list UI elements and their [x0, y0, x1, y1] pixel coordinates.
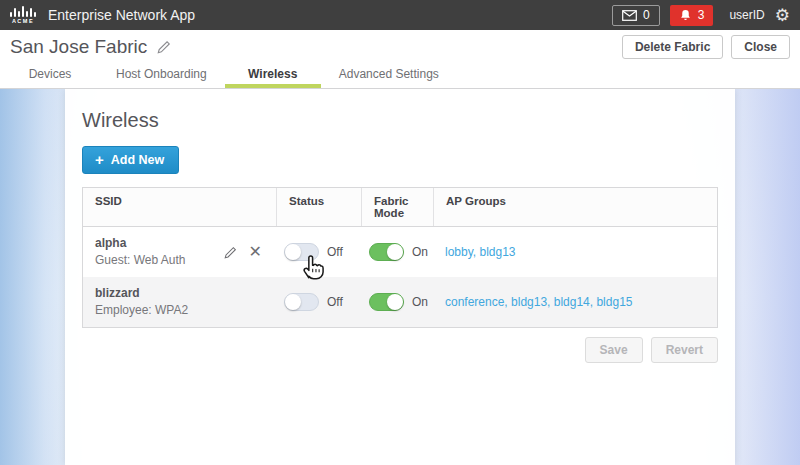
- ssid-name: blizzard: [95, 285, 188, 302]
- ssid-subtitle: Guest: Web Auth: [95, 252, 186, 269]
- topbar: ACME Enterprise Network App 0 3 userID ⚙: [0, 0, 800, 30]
- fabric-mode-cell: On: [361, 293, 433, 311]
- table-row: alpha Guest: Web Auth ✕ Off: [83, 227, 717, 277]
- toggle-knob: [285, 244, 301, 260]
- toggle-knob: [387, 244, 403, 260]
- add-new-button[interactable]: + Add New: [82, 146, 179, 174]
- panel-heading: Wireless: [82, 109, 718, 132]
- status-label: Off: [327, 245, 343, 259]
- fabric-mode-toggle[interactable]: [369, 293, 404, 311]
- revert-button[interactable]: Revert: [651, 337, 718, 363]
- wireless-panel: Wireless + Add New SSID Status Fabric Mo…: [65, 89, 735, 465]
- fabric-header: San Jose Fabric Delete Fabric Close: [0, 30, 800, 63]
- fabric-tabs: Devices Host Onboarding Wireless Advance…: [0, 63, 800, 89]
- plus-icon: +: [95, 152, 104, 167]
- logo-text: ACME: [12, 18, 34, 24]
- mail-count: 0: [643, 8, 650, 22]
- delete-ssid-icon[interactable]: ✕: [249, 244, 262, 260]
- status-toggle[interactable]: [284, 293, 319, 311]
- column-header-status: Status: [276, 188, 361, 226]
- topbar-right: 0 3 userID ⚙: [612, 5, 790, 26]
- toggle-knob: [387, 294, 403, 310]
- row-actions: ✕: [224, 244, 262, 260]
- mail-icon: [622, 10, 637, 21]
- add-new-label: Add New: [111, 153, 164, 167]
- ap-groups-links[interactable]: conference, bldg13, bldg14, bldg15: [433, 285, 717, 319]
- tab-host-onboarding[interactable]: Host Onboarding: [98, 63, 225, 88]
- gear-icon[interactable]: ⚙: [775, 7, 790, 24]
- page-title: San Jose Fabric: [10, 36, 147, 58]
- bell-icon: [679, 9, 692, 22]
- save-button[interactable]: Save: [585, 337, 643, 363]
- tab-devices[interactable]: Devices: [2, 63, 98, 88]
- content-area: Wireless + Add New SSID Status Fabric Mo…: [0, 89, 800, 465]
- app-title: Enterprise Network App: [48, 7, 195, 23]
- status-cell: Off: [276, 243, 361, 261]
- alert-count: 3: [698, 8, 705, 22]
- column-header-ssid: SSID: [83, 188, 276, 226]
- ssid-cell: alpha Guest: Web Auth ✕: [83, 235, 276, 269]
- fabric-mode-label: On: [412, 245, 428, 259]
- ssid-cell: blizzard Employee: WPA2: [83, 285, 276, 319]
- logo-bars-icon: [10, 6, 36, 17]
- title-actions: Delete Fabric Close: [622, 35, 790, 59]
- ssid-table: SSID Status Fabric Mode AP Groups alpha …: [82, 187, 718, 328]
- table-header-row: SSID Status Fabric Mode AP Groups: [83, 188, 717, 227]
- ssid-subtitle: Employee: WPA2: [95, 302, 188, 319]
- table-row: blizzard Employee: WPA2 Off On conferenc…: [83, 277, 717, 327]
- edit-ssid-icon[interactable]: [224, 246, 237, 259]
- fabric-mode-cell: On: [361, 243, 433, 261]
- fabric-mode-label: On: [412, 295, 428, 309]
- column-header-ap-groups: AP Groups: [433, 188, 717, 226]
- acme-logo: ACME: [10, 6, 36, 24]
- tab-advanced-settings[interactable]: Advanced Settings: [321, 63, 457, 88]
- edit-title-icon[interactable]: [157, 40, 171, 54]
- delete-fabric-button[interactable]: Delete Fabric: [622, 35, 723, 59]
- ssid-name: alpha: [95, 235, 186, 252]
- alert-badge[interactable]: 3: [670, 5, 714, 26]
- tab-wireless[interactable]: Wireless: [225, 63, 321, 88]
- close-button[interactable]: Close: [731, 35, 790, 59]
- toggle-knob: [285, 294, 301, 310]
- status-label: Off: [327, 295, 343, 309]
- mail-badge[interactable]: 0: [612, 5, 660, 26]
- status-toggle[interactable]: [284, 243, 319, 261]
- status-cell: Off: [276, 293, 361, 311]
- ap-groups-links[interactable]: lobby, bldg13: [433, 235, 717, 269]
- fabric-mode-toggle[interactable]: [369, 243, 404, 261]
- app-window: ACME Enterprise Network App 0 3 userID ⚙: [0, 0, 800, 465]
- user-menu[interactable]: userID: [729, 8, 764, 22]
- column-header-fabric-mode: Fabric Mode: [361, 188, 433, 226]
- panel-actions: Save Revert: [82, 337, 718, 363]
